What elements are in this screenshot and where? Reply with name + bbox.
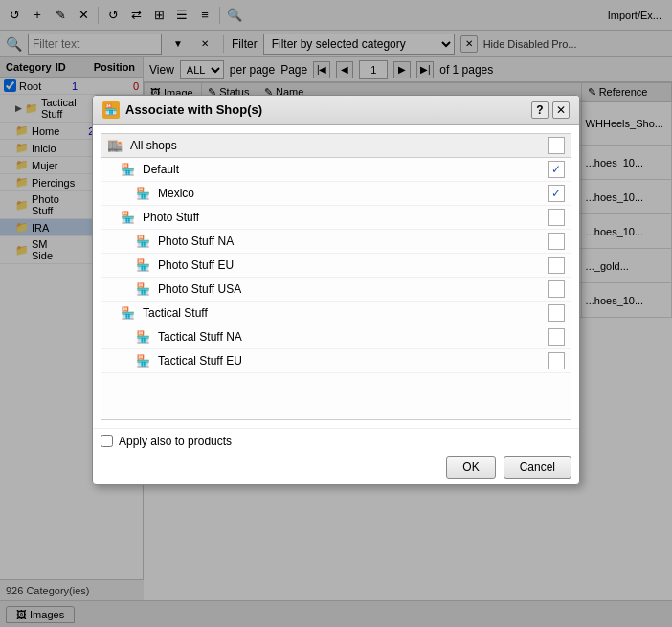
photo-na-check[interactable]: [548, 233, 565, 250]
tactical-eu-check[interactable]: [548, 352, 565, 369]
tactical-shop-check[interactable]: [548, 304, 565, 322]
cancel-button[interactable]: Cancel: [504, 456, 571, 479]
modal-title-icon: 🏪: [102, 101, 120, 119]
associate-shops-modal: 🏪 Associate with Shop(s) ? ✕ 🏬 All shops: [92, 95, 580, 485]
mexico-shop-icon: 🏪: [136, 187, 150, 200]
apply-products-checkbox[interactable]: [101, 435, 113, 447]
default-shop-label: Default: [143, 163, 544, 176]
modal-body: 🏬 All shops 🏪 Default ✓ 🏪: [93, 125, 579, 428]
modal-overlay: 🏪 Associate with Shop(s) ? ✕ 🏬 All shops: [0, 0, 672, 627]
shop-row-photo-stuff[interactable]: 🏪 Photo Stuff: [101, 206, 571, 230]
photo-eu-label: Photo Stuff EU: [158, 258, 544, 272]
photo-stuff-shop-check[interactable]: [548, 209, 565, 226]
modal-title-text: Associate with Shop(s): [125, 102, 262, 117]
modal-controls: ? ✕: [531, 101, 570, 119]
tactical-na-icon: 🏪: [136, 330, 150, 344]
default-shop-check[interactable]: ✓: [548, 161, 565, 178]
shop-row-all[interactable]: 🏬 All shops: [101, 134, 571, 158]
photo-na-label: Photo Stuff NA: [158, 235, 544, 248]
tactical-shop-label: Tactical Stuff: [143, 306, 544, 320]
photo-eu-icon: 🏪: [136, 258, 150, 272]
shop-row-tactical-na[interactable]: 🏪 Tactical Stuff NA: [101, 325, 571, 349]
apply-products-row: Apply also to products: [101, 435, 571, 448]
mexico-shop-check[interactable]: ✓: [548, 185, 565, 202]
shop-row-photo-eu[interactable]: 🏪 Photo Stuff EU: [101, 254, 571, 278]
photo-usa-check[interactable]: [548, 280, 565, 298]
tactical-eu-label: Tactical Stuff EU: [158, 354, 544, 368]
photo-usa-label: Photo Stuff USA: [158, 282, 544, 296]
apply-products-label: Apply also to products: [119, 435, 232, 448]
tactical-na-label: Tactical Stuff NA: [158, 330, 544, 344]
photo-usa-icon: 🏪: [136, 282, 150, 296]
shop-row-tactical-eu[interactable]: 🏪 Tactical Stuff EU: [101, 349, 571, 373]
modal-close-btn[interactable]: ✕: [552, 101, 570, 119]
modal-help-btn[interactable]: ?: [531, 101, 549, 119]
photo-na-icon: 🏪: [136, 235, 150, 248]
all-shops-icon: 🏬: [107, 138, 123, 152]
modal-buttons: OK Cancel: [101, 456, 571, 479]
shop-tree: 🏬 All shops 🏪 Default ✓ 🏪: [101, 133, 571, 420]
shop-row-default[interactable]: 🏪 Default ✓: [101, 158, 571, 182]
modal-header: 🏪 Associate with Shop(s) ? ✕: [93, 96, 579, 125]
default-shop-icon: 🏪: [121, 163, 135, 176]
tactical-shop-icon: 🏪: [121, 306, 135, 320]
shop-row-photo-na[interactable]: 🏪 Photo Stuff NA: [101, 230, 571, 254]
shop-row-tactical[interactable]: 🏪 Tactical Stuff: [101, 302, 571, 325]
shop-row-mexico[interactable]: 🏪 Mexico ✓: [101, 182, 571, 206]
photo-eu-check[interactable]: [548, 257, 565, 274]
mexico-shop-label: Mexico: [158, 187, 544, 200]
modal-footer: Apply also to products OK Cancel: [93, 428, 579, 484]
ok-button[interactable]: OK: [446, 456, 495, 479]
all-shops-label: All shops: [130, 139, 544, 152]
shop-row-photo-usa[interactable]: 🏪 Photo Stuff USA: [101, 278, 571, 302]
all-shops-check[interactable]: [548, 137, 565, 154]
photo-stuff-shop-label: Photo Stuff: [143, 211, 544, 224]
photo-stuff-shop-icon: 🏪: [121, 211, 135, 224]
modal-title: 🏪 Associate with Shop(s): [102, 101, 262, 119]
tactical-eu-icon: 🏪: [136, 354, 150, 368]
tactical-na-check[interactable]: [548, 328, 565, 346]
